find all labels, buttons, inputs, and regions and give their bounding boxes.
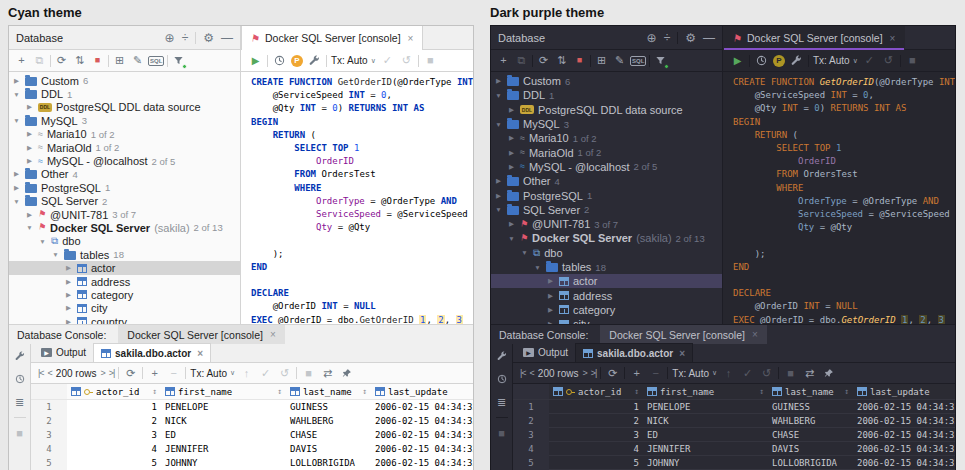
cell-first-name[interactable]: JENNIFER: [161, 442, 286, 456]
column-header-last-update[interactable]: last_update: [371, 384, 473, 399]
chevron-collapsed-icon[interactable]: ▶: [64, 278, 73, 286]
tree-item-actor[interactable]: ▶actor: [491, 274, 722, 288]
row-view-icon[interactable]: ≣: [494, 394, 509, 410]
chevron-expanded-icon[interactable]: ▼: [12, 91, 21, 98]
cell-last-name[interactable]: WAHLBERG: [768, 414, 853, 428]
chevron-collapsed-icon[interactable]: ▶: [64, 264, 73, 272]
commit-button[interactable]: ✓: [862, 53, 877, 69]
delete-row-button[interactable]: −: [648, 365, 663, 381]
close-icon[interactable]: ×: [197, 348, 203, 359]
add-row-button[interactable]: +: [147, 365, 162, 381]
cell-last-name[interactable]: DAVIS: [286, 442, 371, 456]
view-data-button[interactable]: ⊞: [112, 53, 127, 69]
cell-last-update[interactable]: 2006-02-15 04:34:33.0: [853, 428, 955, 442]
chevron-collapsed-icon[interactable]: ▶: [494, 192, 503, 200]
close-icon[interactable]: ×: [270, 329, 276, 340]
cell-last-update[interactable]: 2006-02-15 04:34:33.0: [371, 414, 473, 428]
tree-item-postgresql[interactable]: ▶PostgreSQL1: [491, 188, 722, 202]
cell-last-name[interactable]: GUINESS: [768, 400, 853, 414]
tree-item-city[interactable]: ▶city: [491, 317, 722, 324]
column-header-last-name[interactable]: last_name↕: [286, 384, 371, 399]
chevron-collapsed-icon[interactable]: ▶: [25, 157, 34, 165]
console-tab[interactable]: Docker SQL Server [console] ×: [118, 325, 284, 345]
wrench-icon[interactable]: [12, 348, 27, 364]
tree-item-category[interactable]: ▶category: [9, 288, 240, 301]
cell-actor-id[interactable]: 3: [549, 428, 643, 442]
cell-first-name[interactable]: PENELOPE: [161, 400, 286, 414]
expand-collapse-icon[interactable]: ÷: [182, 32, 189, 44]
close-icon[interactable]: ×: [679, 348, 685, 359]
table-row[interactable]: 11PENELOPEGUINESS2006-02-15 04:34:33.0: [513, 400, 955, 414]
rollback-button[interactable]: ↺: [277, 365, 292, 381]
sort-icon[interactable]: ↕: [759, 387, 764, 396]
gear-icon[interactable]: ⚙: [685, 32, 696, 44]
first-page-button[interactable]: |<: [520, 368, 526, 378]
chevron-collapsed-icon[interactable]: ▶: [12, 170, 21, 178]
column-header-last-name[interactable]: last_name↕: [768, 384, 853, 399]
compare-button[interactable]: ⇄: [320, 365, 335, 381]
table-row[interactable]: 44JENNIFERDAVIS2006-02-15 04:34:33.0: [513, 442, 955, 456]
chevron-collapsed-icon[interactable]: ▶: [25, 103, 34, 111]
tree-item-sql-server[interactable]: ▼SQL Server2: [491, 203, 722, 217]
table-row[interactable]: 44JENNIFERDAVIS2006-02-15 04:34:33.0: [31, 442, 473, 456]
chevron-expanded-icon[interactable]: ▼: [12, 117, 21, 124]
cell-last-update[interactable]: 2006-02-15 04:34:33.0: [853, 414, 955, 428]
reload-button[interactable]: ⟳: [123, 365, 138, 381]
tab-output[interactable]: ▶ Output: [34, 343, 93, 362]
tree-item-tables[interactable]: ▼tables18: [491, 260, 722, 274]
tree-item-postgresql-ddl-data-source[interactable]: ▶DDLPostgreSQL DDL data source: [491, 103, 722, 117]
table-row[interactable]: 11PENELOPEGUINESS2006-02-15 04:34:33.0: [31, 400, 473, 414]
tx-mode-select[interactable]: Tx: Auto∨: [813, 55, 858, 66]
cell-actor-id[interactable]: 4: [549, 442, 643, 456]
tree-item-dbo[interactable]: ▼⧉dbo: [491, 246, 722, 260]
editor-tab-console[interactable]: ⚑ Docker SQL Server [console] ×: [723, 26, 905, 50]
cell-actor-id[interactable]: 2: [549, 414, 643, 428]
locate-icon[interactable]: ⊕: [647, 32, 657, 44]
chevron-collapsed-icon[interactable]: ▶: [494, 177, 503, 185]
tree-item-mysql-localhost[interactable]: ▶≈MySQL - @localhost2 of 5: [9, 154, 240, 167]
tree-item-address[interactable]: ▶address: [491, 288, 722, 302]
tree-item-custom[interactable]: ▶Custom6: [9, 74, 240, 87]
tree-item-maria10[interactable]: ▶≈Maria101 of 2: [9, 128, 240, 141]
sort-icon[interactable]: ↕: [844, 387, 849, 396]
chevron-expanded-icon[interactable]: ▼: [12, 198, 21, 205]
upload-dml-button[interactable]: ↑: [239, 365, 254, 381]
jump-to-console-button[interactable]: SQL: [148, 53, 164, 69]
chevron-expanded-icon[interactable]: ▼: [38, 238, 47, 245]
prev-page-button[interactable]: <: [530, 368, 534, 378]
refresh-button[interactable]: ⟳: [54, 53, 69, 69]
cell-last-name[interactable]: GUINESS: [286, 400, 371, 414]
submit-changes-button[interactable]: ⇅: [554, 53, 569, 69]
stop-button[interactable]: ■: [90, 53, 105, 69]
tree-item-country[interactable]: ▶country: [9, 315, 240, 324]
cell-first-name[interactable]: JENNIFER: [643, 442, 768, 456]
filter-button[interactable]: [653, 53, 668, 69]
tree-item-other[interactable]: ▶Other4: [9, 168, 240, 181]
last-page-button[interactable]: >|: [109, 368, 115, 378]
chevron-collapsed-icon[interactable]: ▶: [507, 163, 516, 171]
tree-item-sql-server[interactable]: ▼SQL Server2: [9, 195, 240, 208]
tree-item-docker-sql-server[interactable]: ▼⚑Docker SQL Server(sakila)2 of 13: [9, 221, 240, 234]
table-row[interactable]: 22NICKWAHLBERG2006-02-15 04:34:33.0: [31, 414, 473, 428]
compare-button[interactable]: ⇄: [802, 365, 817, 381]
close-icon[interactable]: ×: [408, 33, 414, 44]
chevron-expanded-icon[interactable]: ▼: [507, 235, 516, 242]
cell-last-update[interactable]: 2006-02-15 04:34:33.0: [371, 456, 473, 470]
table-row[interactable]: 55JOHNNYLOLLOBRIGIDA2006-02-15 04:34:33.…: [31, 456, 473, 470]
chevron-collapsed-icon[interactable]: ▶: [12, 77, 21, 85]
tab-result[interactable]: sakila.dbo.actor ×: [575, 343, 693, 362]
table-row[interactable]: 33EDCHASE2006-02-15 04:34:33.0: [513, 428, 955, 442]
cell-actor-id[interactable]: 3: [67, 428, 161, 442]
column-header-actor-id[interactable]: actor_id↕: [67, 384, 161, 399]
result-grid[interactable]: actor_id↕first_name↕last_name↕last_updat…: [513, 384, 955, 470]
gear-icon[interactable]: ⚙: [203, 32, 214, 44]
add-datasource-button[interactable]: +: [14, 53, 29, 69]
tree-item-category[interactable]: ▶category: [491, 303, 722, 317]
chevron-collapsed-icon[interactable]: ▶: [64, 291, 73, 299]
cell-first-name[interactable]: JOHNNY: [161, 456, 286, 470]
chevron-collapsed-icon[interactable]: ▶: [25, 211, 34, 219]
add-datasource-button[interactable]: +: [496, 53, 511, 69]
table-row[interactable]: 33EDCHASE2006-02-15 04:34:33.0: [31, 428, 473, 442]
cell-last-update[interactable]: 2006-02-15 04:34:33.0: [371, 400, 473, 414]
grid-tx-mode-select[interactable]: Tx: Auto∨: [190, 368, 235, 379]
